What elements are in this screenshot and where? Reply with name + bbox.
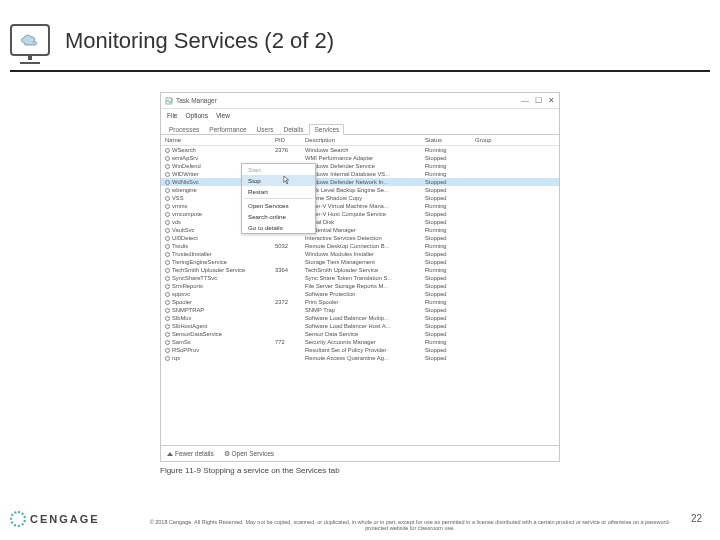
col-group[interactable]: Group xyxy=(475,137,515,143)
title-underline xyxy=(10,70,710,72)
brand-swirl-icon xyxy=(10,511,26,527)
service-row[interactable]: vmmsHyper-V Virtual Machine Mana...Runni… xyxy=(161,202,559,210)
service-row[interactable]: VSSVolume Shadow CopyStopped xyxy=(161,194,559,202)
service-row[interactable]: vdsVirtual DiskStopped xyxy=(161,218,559,226)
window-title: Task Manager xyxy=(176,97,217,104)
service-row[interactable]: TechSmith Uploader Service3364TechSmith … xyxy=(161,266,559,274)
maximize-button[interactable]: ☐ xyxy=(535,96,542,105)
menu-view[interactable]: View xyxy=(216,112,230,119)
service-row[interactable]: SlbMuxSoftware Load Balancer Multip...St… xyxy=(161,314,559,322)
rows-container: WSearch2376Windows SearchRunningwmiApSrv… xyxy=(161,146,559,362)
slide-header: Monitoring Services (2 of 2) xyxy=(10,20,710,70)
brand-text: CENGAGE xyxy=(30,513,100,525)
ctx-separator xyxy=(244,198,313,199)
col-desc[interactable]: Description xyxy=(305,137,425,143)
service-row[interactable]: SensorDataServiceSensor Data ServiceStop… xyxy=(161,330,559,338)
copyright-text: © 2018 Cengage. All Rights Reserved. May… xyxy=(140,519,680,532)
service-row[interactable]: WinDefendWindows Defender ServiceRunning xyxy=(161,162,559,170)
tab-services[interactable]: Services xyxy=(309,124,344,135)
service-row[interactable]: RSoPProvResultant Set of Policy Provider… xyxy=(161,346,559,354)
ctx-open-services[interactable]: Open Services xyxy=(242,200,315,211)
service-row[interactable]: SyncShareTTSvcSync Share Token Translati… xyxy=(161,274,559,282)
context-menu: Start Stop Restart Open Services Search … xyxy=(241,163,316,234)
service-row[interactable]: WSearch2376Windows SearchRunning xyxy=(161,146,559,154)
footer: CENGAGE © 2018 Cengage. All Rights Reser… xyxy=(10,504,710,534)
figure-caption: Figure 11-9 Stopping a service on the Se… xyxy=(160,466,340,475)
ctx-stop[interactable]: Stop xyxy=(242,175,315,186)
service-row[interactable]: sppsvcSoftware ProtectionStopped xyxy=(161,290,559,298)
service-row[interactable]: wmiApSrvWMI Performance AdapterStopped xyxy=(161,154,559,162)
col-pid[interactable]: PID xyxy=(275,137,305,143)
service-row[interactable]: TrustedInstallerWindows Modules Installe… xyxy=(161,250,559,258)
service-row[interactable]: WdNisSvcWindows Defender Network In...St… xyxy=(161,178,559,186)
service-row[interactable]: vmcomputeHyper-V Host Compute ServiceSto… xyxy=(161,210,559,218)
service-row[interactable]: SlbHostAgentSoftware Load Balancer Host … xyxy=(161,322,559,330)
ctx-go-to-details[interactable]: Go to details xyxy=(242,222,315,233)
menu-file[interactable]: File xyxy=(167,112,177,119)
fewer-details-toggle[interactable]: Fewer details xyxy=(167,450,214,457)
services-grid: Name PID Description Status Group WSearc… xyxy=(161,135,559,445)
service-row[interactable]: SrmReportsFile Server Storage Reports M.… xyxy=(161,282,559,290)
page-number: 22 xyxy=(691,513,702,524)
service-row[interactable]: rqsRemote Access Quarantine Ag...Stopped xyxy=(161,354,559,362)
task-manager-window: Task Manager — ☐ ✕ File Options View Pro… xyxy=(160,92,560,462)
minimize-button[interactable]: — xyxy=(521,96,529,105)
slide-title: Monitoring Services (2 of 2) xyxy=(65,28,334,54)
brand-logo: CENGAGE xyxy=(10,511,100,527)
window-titlebar: Task Manager — ☐ ✕ xyxy=(161,93,559,109)
status-bar: Fewer details ⚙ Open Services xyxy=(161,445,559,461)
monitor-stand-icon xyxy=(20,56,40,64)
cloud-monitor-icon xyxy=(10,24,50,56)
cursor-icon xyxy=(283,175,291,185)
ctx-restart[interactable]: Restart xyxy=(242,186,315,197)
service-row[interactable]: Spooler2372Print SpoolerRunning xyxy=(161,298,559,306)
ctx-search-online[interactable]: Search online xyxy=(242,211,315,222)
service-row[interactable]: UI0DetectInteractive Services DetectionS… xyxy=(161,234,559,242)
tab-details[interactable]: Details xyxy=(280,125,308,134)
tab-processes[interactable]: Processes xyxy=(165,125,203,134)
col-status[interactable]: Status xyxy=(425,137,475,143)
taskmgr-icon xyxy=(165,97,173,105)
col-name[interactable]: Name xyxy=(165,137,275,143)
service-row[interactable]: TieringEngineServiceStorage Tiers Manage… xyxy=(161,258,559,266)
tab-users[interactable]: Users xyxy=(253,125,278,134)
open-services-link[interactable]: ⚙ Open Services xyxy=(224,450,274,458)
close-button[interactable]: ✕ xyxy=(548,96,555,105)
column-headers: Name PID Description Status Group xyxy=(161,135,559,146)
service-row[interactable]: wbengineBlock Level Backup Engine Se...S… xyxy=(161,186,559,194)
ctx-start: Start xyxy=(242,164,315,175)
service-row[interactable]: Tssdis5032Remote Desktop Connection B...… xyxy=(161,242,559,250)
service-row[interactable]: SamSs772Security Accounts ManagerRunning xyxy=(161,338,559,346)
service-row[interactable]: WIDWriterWindows Internal Database VS...… xyxy=(161,170,559,178)
menu-options[interactable]: Options xyxy=(185,112,207,119)
tab-performance[interactable]: Performance xyxy=(205,125,250,134)
service-row[interactable]: SNMPTRAPSNMP TrapStopped xyxy=(161,306,559,314)
tab-strip: Processes Performance Users Details Serv… xyxy=(161,121,559,135)
service-row[interactable]: VaultSvc772Credential ManagerRunning xyxy=(161,226,559,234)
menu-bar: File Options View xyxy=(161,109,559,121)
